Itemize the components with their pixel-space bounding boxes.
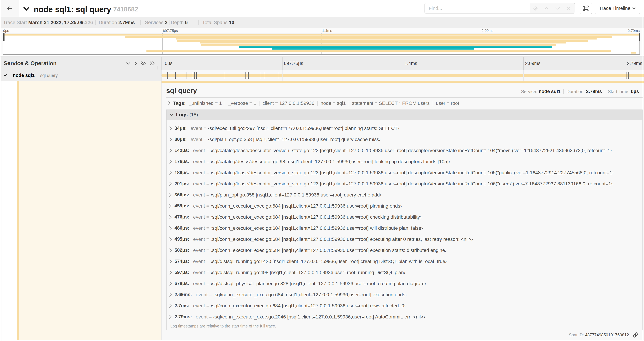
log-row[interactable]: 176μs:event = ‹sql/catalog/descs/descrip… [166, 156, 642, 167]
info-divider [140, 20, 141, 25]
log-marker[interactable] [168, 72, 168, 79]
span-row[interactable]: node sql1 sql query [0, 70, 644, 81]
log-chevron-icon [169, 204, 172, 208]
right-scrubber-handle[interactable] [639, 34, 640, 41]
log-marker[interactable] [244, 72, 244, 79]
log-field-name: event [193, 225, 205, 231]
log-row[interactable]: 597μs:event = ‹sql/distsql_running.go:49… [166, 267, 642, 278]
log-marker[interactable] [279, 72, 279, 79]
detail-row-accent[interactable] [17, 81, 19, 340]
trace-info-item: Duration 2.79ms [99, 20, 135, 25]
next-match-icon[interactable] [555, 7, 560, 10]
minimap-span-8 [272, 48, 474, 50]
minimap-canvas[interactable] [3, 33, 640, 55]
log-field-name: event [196, 314, 208, 320]
log-marker[interactable] [246, 72, 246, 79]
log-row[interactable]: 476μs:event = ‹sql/conn_executor_exec.go… [166, 212, 642, 223]
trace-id: 7418682 [113, 6, 138, 13]
log-row[interactable]: 459μs:event = ‹sql/conn_executor_exec.go… [166, 200, 642, 212]
log-field-name: event [193, 259, 205, 264]
span-row-name-cell[interactable]: node sql1 sql query [0, 70, 162, 81]
keyboard-shortcuts-button[interactable] [580, 3, 592, 14]
log-row[interactable]: 201μs:event = ‹sql/catalog/lease/descrip… [166, 178, 642, 189]
log-row[interactable]: 366μs:event = ‹sql/plan_opt.go:358 [nsql… [166, 189, 642, 200]
tag-item[interactable]: _verbose = 1 [228, 101, 256, 106]
back-button[interactable] [0, 0, 19, 17]
expand-all-icon[interactable] [150, 61, 155, 66]
collapse-header-chevron-icon[interactable] [23, 7, 30, 11]
tag-item[interactable]: user = root [436, 101, 459, 106]
tag-item[interactable]: node = sql1 [320, 101, 346, 106]
collapse-all-icon[interactable] [141, 61, 146, 66]
log-chevron-icon [169, 259, 172, 264]
column-resize-grip[interactable] [158, 66, 159, 70]
log-marker[interactable] [261, 72, 261, 79]
log-chevron-icon [169, 126, 172, 131]
log-field-name: event [193, 248, 205, 253]
deep-link-icon[interactable] [633, 332, 638, 338]
log-marker[interactable] [196, 72, 197, 79]
log-marker[interactable] [626, 72, 627, 79]
log-row[interactable]: 189μs:event = ‹sql/catalog/lease/descrip… [166, 167, 642, 178]
tag-item[interactable]: client = 127.0.0.1:59936 [262, 101, 314, 106]
log-chevron-icon [169, 137, 172, 142]
minimap-tick-label: 1.4ms [322, 29, 332, 33]
locate-icon[interactable] [533, 6, 538, 11]
find-input[interactable] [425, 3, 530, 13]
logs-header[interactable]: Logs (18) [166, 110, 642, 120]
log-timestamp: 2.69ms: [174, 292, 192, 297]
log-row[interactable]: 574μs:event = ‹sql/distsql_running.go:14… [166, 256, 642, 267]
tag-item[interactable]: _unfinished = 1 [189, 101, 222, 106]
log-row[interactable]: 495μs:event = ‹sql/conn_executor_exec.go… [166, 234, 642, 245]
log-marker[interactable] [628, 72, 628, 79]
expand-one-icon[interactable] [134, 61, 137, 66]
log-chevron-icon [169, 148, 172, 153]
log-marker[interactable] [186, 72, 186, 79]
log-timestamp: 189μs: [174, 170, 190, 175]
meta-divider [563, 89, 564, 94]
left-scrubber-handle[interactable] [3, 34, 4, 41]
log-marker[interactable] [248, 72, 248, 79]
clear-search-icon[interactable] [566, 6, 570, 11]
log-marker[interactable] [194, 72, 194, 79]
minimap-span-1 [3, 34, 640, 36]
span-collapse-chevron-icon[interactable] [4, 74, 7, 77]
log-marker[interactable] [225, 72, 225, 79]
tree-guide-line [2, 81, 2, 341]
tag-item[interactable]: statement = SELECT * FROM users [352, 101, 430, 106]
minimap-tick-label: 697.75μs [163, 29, 178, 33]
log-row[interactable]: 80μs:event = ‹sql/plan_opt.go:358 [nsql1… [166, 134, 642, 145]
log-marker[interactable] [247, 72, 248, 79]
trace-minimap: 0μs697.75μs1.4ms2.09ms2.79ms [0, 28, 644, 55]
tags-label: Tags: [173, 101, 186, 106]
log-message: ‹sql/distsql_running.go:1420 [nsql1,clie… [210, 259, 447, 264]
tags-row[interactable]: Tags: _unfinished = 1 _verbose = 1 clien… [166, 98, 643, 108]
log-row[interactable]: 502μs:event = ‹sql/conn_executor_exec.go… [166, 245, 642, 256]
log-marker[interactable] [265, 72, 265, 79]
log-marker[interactable] [241, 72, 241, 79]
minimap-span-2 [125, 36, 612, 38]
log-row[interactable]: 486μs:event = ‹sql/conn_executor_exec.go… [166, 223, 642, 234]
log-row[interactable]: 34μs:event = ‹sql/exec_util.go:2297 [nsq… [166, 123, 642, 134]
log-row[interactable]: 2.69ms:event = ‹sql/conn_executor_exec.g… [166, 289, 642, 300]
tag-key: node [320, 101, 331, 106]
log-row[interactable]: 2.79ms:event = ‹sql/conn_executor_exec.g… [166, 311, 642, 322]
span-row-timeline-cell[interactable] [162, 70, 644, 81]
log-marker[interactable] [192, 72, 192, 79]
view-type-dropdown[interactable]: Trace Timeline [595, 3, 640, 14]
meta-label: Service: [521, 89, 537, 94]
prev-match-icon[interactable] [544, 7, 549, 10]
log-row[interactable]: 142μs:event = ‹sql/catalog/lease/descrip… [166, 145, 642, 156]
grip-line [158, 66, 158, 70]
tag-divider [225, 101, 225, 106]
equals-sign: = [214, 101, 219, 106]
tag-divider [259, 101, 260, 106]
log-timestamp: 502μs: [174, 248, 190, 253]
detail-span-accent-bar[interactable] [162, 81, 644, 83]
log-row[interactable]: 678μs:event = ‹sql/distsql_physical_plan… [166, 278, 642, 289]
log-row[interactable]: 2.7ms:event = ‹sql/conn_executor_exec.go… [166, 300, 642, 311]
log-field-name: event [193, 159, 205, 164]
collapse-one-icon[interactable] [126, 62, 130, 65]
timeline-ruler[interactable]: 0μs697.75μs1.4ms2.09ms2.79ms [162, 57, 644, 70]
log-marker[interactable] [175, 72, 176, 79]
